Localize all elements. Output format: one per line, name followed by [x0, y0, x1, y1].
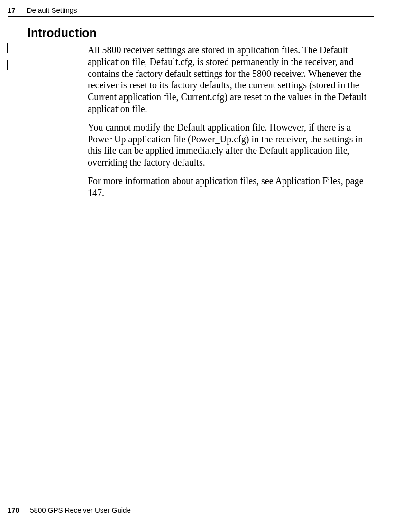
paragraph: All 5800 receiver settings are stored in…: [88, 44, 367, 115]
header-rule: [8, 16, 374, 17]
body-content: All 5800 receiver settings are stored in…: [88, 44, 367, 205]
chapter-title: Default Settings: [27, 6, 77, 14]
section-heading: Introduction: [27, 26, 97, 40]
change-bar: [7, 60, 8, 70]
page-number: 170: [8, 506, 19, 514]
page-header: 17 Default Settings: [8, 6, 374, 14]
chapter-number: 17: [8, 6, 16, 14]
page-footer: 170 5800 GPS Receiver User Guide: [8, 506, 131, 514]
change-bar: [7, 43, 8, 53]
paragraph: For more information about application f…: [88, 175, 367, 199]
paragraph: You cannot modify the Default applicatio…: [88, 121, 367, 168]
doc-title: 5800 GPS Receiver User Guide: [30, 506, 131, 514]
